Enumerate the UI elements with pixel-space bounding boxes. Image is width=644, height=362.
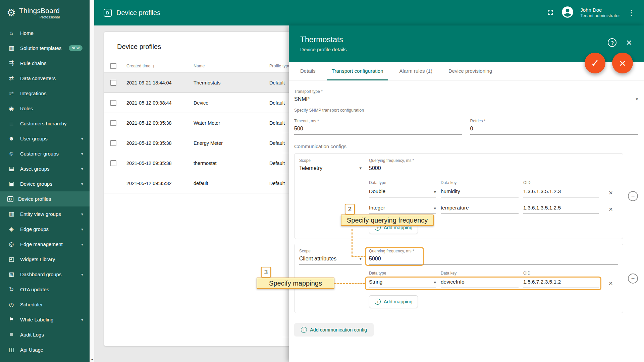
row-checkbox[interactable] [110, 120, 116, 126]
sidebar-item-customer-groups[interactable]: ☺Customer groups▾ [0, 146, 90, 161]
panel-subtitle: Device profile details [300, 47, 590, 52]
oid-field[interactable]: 1.3.6.1.3.5.1.2.5 [523, 205, 599, 214]
sidebar-item-entity-view-groups[interactable]: ▥Entity view groups▾ [0, 206, 90, 222]
edge-management-icon: ◎ [7, 240, 15, 248]
avatar[interactable] [561, 5, 574, 20]
panel-title: Thermostats [300, 35, 590, 44]
sidebar-item-label: OTA updates [20, 287, 49, 292]
scope-value: Telemetry [299, 165, 322, 171]
scrollbar-down-arrow-icon[interactable]: ▾ [90, 358, 94, 361]
sidebar-item-rule-chains[interactable]: ⇶Rule chains [0, 56, 90, 71]
select-all-checkbox[interactable] [110, 63, 116, 69]
communication-configs-label: Communication configs [294, 143, 638, 149]
row-checkbox[interactable] [110, 160, 116, 166]
data-type-select[interactable]: Double▾ [369, 188, 436, 197]
sidebar-item-customers-hierarchy[interactable]: ≣Customers hierarchy [0, 116, 90, 131]
sidebar-item-data-converters[interactable]: ⇄Data converters [0, 71, 90, 86]
sidebar-item-edge-groups[interactable]: ◈Edge groups▾ [0, 222, 90, 237]
sidebar-item-widgets-library[interactable]: ◰Widgets Library [0, 252, 90, 267]
cell-created-time: 2021-05-12 09:35:38 [126, 161, 194, 166]
entity-view-groups-icon: ▥ [7, 210, 15, 218]
row-checkbox[interactable] [110, 140, 116, 146]
add-mapping-button[interactable]: +Add mapping [369, 295, 418, 308]
sidebar-item-home[interactable]: ⌂Home [0, 25, 90, 41]
timeout-field[interactable]: Timeout, ms * 500 [294, 119, 462, 135]
oid-field[interactable]: 1.5.6.7.2.3.5.1.2 [523, 279, 599, 288]
cell-name: default [194, 181, 269, 186]
sidebar-item-label: Audit Logs [20, 332, 44, 338]
data-type-select[interactable]: Integer▾ [369, 205, 436, 214]
row-checkbox[interactable] [110, 80, 116, 86]
data-key-field[interactable]: deviceInfo [441, 279, 519, 288]
sidebar-item-user-groups[interactable]: ☻User groups▾ [0, 131, 90, 146]
data-key-field[interactable]: temperature [441, 205, 519, 214]
apply-changes-fab[interactable]: ✓ [585, 53, 605, 73]
sidebar-item-edge-management[interactable]: ◎Edge management▾ [0, 237, 90, 252]
sidebar-item-scheduler[interactable]: ◷Scheduler [0, 297, 90, 312]
remove-config-button[interactable]: − [628, 274, 638, 284]
user-groups-icon: ☻ [7, 135, 15, 143]
row-checkbox[interactable] [110, 100, 116, 106]
tab-details[interactable]: Details [292, 62, 324, 80]
cell-name: Water Meter [194, 120, 269, 126]
sidebar-item-dashboard-groups[interactable]: ▧Dashboard groups▾ [0, 267, 90, 282]
device-profiles-icon: D [7, 196, 13, 202]
annotation-step-2-callout: Specify querying frequency [341, 215, 434, 226]
sidebar-item-device-profiles[interactable]: DDevice profiles [0, 191, 90, 206]
sidebar-item-solution-templates[interactable]: ▦Solution templatesNEW [0, 41, 90, 56]
timeout-value: 500 [294, 125, 462, 132]
more-menu-button[interactable]: ⋮ [626, 8, 637, 17]
sidebar-item-label: Integrations [20, 90, 46, 96]
sidebar-item-label: Scheduler [20, 302, 43, 307]
mapping-row: Integer▾ temperature 1.3.6.1.3.5.1.2.5 × [369, 205, 618, 214]
delete-mapping-button[interactable]: × [603, 205, 618, 214]
sidebar-item-label: Home [20, 30, 34, 36]
panel-close-button[interactable]: × [626, 38, 632, 48]
scheduler-icon: ◷ [7, 301, 15, 309]
querying-frequency-field[interactable]: Querying frequency, ms * 5000 [369, 158, 618, 174]
remove-config-button[interactable]: − [628, 191, 638, 201]
sidebar-item-audit-logs[interactable]: ≡Audit Logs [0, 327, 90, 342]
delete-mapping-button[interactable]: × [603, 279, 618, 288]
brand-logo[interactable]: ⚙ ThingsBoard Professional [0, 0, 90, 25]
help-button[interactable]: ? [608, 38, 616, 47]
annotation-connector-line [352, 229, 353, 257]
column-created-time[interactable]: Created time↓ [126, 63, 194, 68]
edge-groups-icon: ◈ [7, 225, 15, 233]
plus-icon: + [375, 299, 381, 305]
sidebar-item-api-usage[interactable]: ◫Api Usage [0, 342, 90, 357]
sidebar-item-roles[interactable]: ◉Roles [0, 101, 90, 116]
sidebar-item-device-groups[interactable]: ▣Device groups▾ [0, 176, 90, 191]
chevron-down-icon: ▾ [79, 210, 85, 218]
data-type-select[interactable]: String▾ [369, 279, 436, 288]
querying-frequency-field[interactable]: Querying frequency, ms * 5000 [369, 249, 618, 265]
chevron-down-icon: ▾ [79, 150, 85, 158]
delete-mapping-button[interactable]: × [603, 189, 618, 197]
add-communication-config-button[interactable]: +Add communication config [294, 323, 374, 337]
check-icon: ✓ [591, 57, 599, 69]
user-info[interactable]: John Doe Tenant administrator [580, 7, 620, 19]
delete-mapping-icon: × [609, 205, 613, 213]
oid-field[interactable]: 1.3.6.1.3.5.1.2.3 [523, 188, 599, 197]
transport-type-select[interactable]: Transport type * SNMP▾ [294, 89, 638, 105]
sidebar-item-integrations[interactable]: ⇌Integrations [0, 86, 90, 101]
sort-desc-icon[interactable]: ↓ [153, 63, 155, 68]
querying-frequency-value: 5000 [369, 165, 419, 171]
retries-field[interactable]: Retries * 0 [470, 119, 638, 135]
tab-device-provisioning[interactable]: Device provisioning [440, 62, 500, 80]
scope-select[interactable]: Scope Telemetry▾ [299, 158, 362, 174]
column-name[interactable]: Name [194, 64, 269, 68]
data-converters-icon: ⇄ [7, 74, 15, 82]
fullscreen-button[interactable] [546, 8, 555, 18]
discard-changes-fab[interactable]: × [612, 53, 633, 73]
querying-frequency-highlight: Querying frequency, ms * 5000 [369, 249, 419, 262]
sidebar-scrollbar[interactable]: ▾ [90, 0, 94, 362]
sidebar-item-white-labeling[interactable]: ⚑White Labeling▾ [0, 312, 90, 327]
sidebar-item-label: White Labeling [20, 317, 53, 322]
tab-alarm-rules[interactable]: Alarm rules (1) [391, 62, 440, 80]
field-label: Scope [299, 158, 362, 163]
sidebar-item-ota-updates[interactable]: ↻OTA updates [0, 282, 90, 297]
tab-transport-configuration[interactable]: Transport configuration [324, 62, 391, 80]
data-key-field[interactable]: humidity [441, 188, 519, 197]
sidebar-item-asset-groups[interactable]: ▤Asset groups▾ [0, 161, 90, 176]
